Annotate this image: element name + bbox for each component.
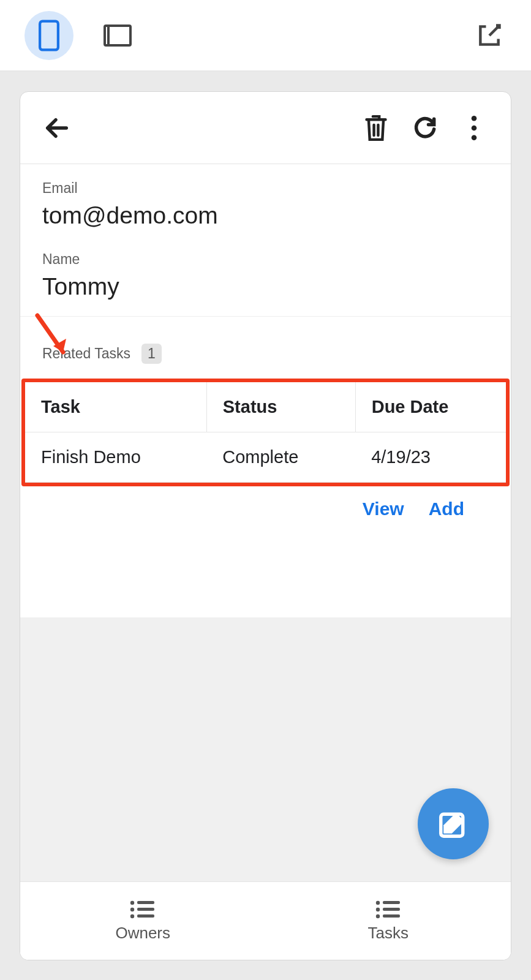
record-details: Email tom@demo.com Name Tommy xyxy=(20,164,511,317)
svg-point-19 xyxy=(376,914,380,918)
list-icon xyxy=(129,899,157,920)
view-button[interactable]: View xyxy=(363,499,404,519)
svg-rect-14 xyxy=(137,914,154,918)
table-header-row: Task Status Due Date xyxy=(25,382,506,432)
svg-point-17 xyxy=(376,908,380,911)
refresh-icon xyxy=(412,115,439,141)
svg-point-5 xyxy=(472,135,477,140)
phone-frame: Email tom@demo.com Name Tommy Related Ta… xyxy=(20,91,511,960)
edit-fab[interactable] xyxy=(418,788,489,859)
email-value: tom@demo.com xyxy=(42,202,489,230)
table-row[interactable]: Finish Demo Complete 4/19/23 xyxy=(25,432,506,482)
list-icon xyxy=(374,899,402,920)
svg-point-15 xyxy=(376,901,380,905)
open-external-icon xyxy=(476,22,503,49)
tablet-icon xyxy=(104,24,132,47)
name-label: Name xyxy=(42,252,489,266)
svg-point-13 xyxy=(130,914,134,918)
related-tasks-actions: View Add xyxy=(42,486,489,519)
add-button[interactable]: Add xyxy=(429,499,464,519)
cell-status: Complete xyxy=(206,432,355,482)
email-field: Email tom@demo.com xyxy=(42,181,489,230)
preview-stage: Email tom@demo.com Name Tommy Related Ta… xyxy=(0,72,531,980)
svg-rect-16 xyxy=(383,901,400,904)
svg-rect-20 xyxy=(383,914,400,918)
more-vert-icon xyxy=(471,116,477,140)
refresh-button[interactable] xyxy=(408,111,442,145)
annotation-highlight-box: Task Status Due Date Finish Demo Complet… xyxy=(21,379,510,486)
edit-icon xyxy=(437,807,470,840)
related-tasks-title: Related Tasks xyxy=(42,345,130,362)
svg-point-4 xyxy=(472,125,477,130)
email-label: Email xyxy=(42,181,489,195)
related-tasks-header: Related Tasks 1 xyxy=(42,328,489,364)
content-fill xyxy=(20,617,511,881)
delete-button[interactable] xyxy=(359,111,393,145)
related-tasks-table: Task Status Due Date Finish Demo Complet… xyxy=(25,382,506,483)
name-value: Tommy xyxy=(42,273,489,301)
nav-owners[interactable]: Owners xyxy=(20,882,266,960)
bottom-nav: Owners Tasks xyxy=(20,881,511,960)
nav-tasks[interactable]: Tasks xyxy=(266,882,511,960)
svg-rect-18 xyxy=(383,908,400,911)
more-button[interactable] xyxy=(457,111,491,145)
arrow-left-icon xyxy=(43,114,71,142)
svg-rect-2 xyxy=(107,26,110,45)
svg-point-11 xyxy=(130,908,134,911)
svg-point-9 xyxy=(130,901,134,905)
phone-view-button[interactable] xyxy=(24,11,73,60)
col-task: Task xyxy=(25,382,206,432)
device-toolbar xyxy=(0,0,531,72)
svg-rect-12 xyxy=(137,908,154,911)
col-status: Status xyxy=(206,382,355,432)
cell-task: Finish Demo xyxy=(25,432,206,482)
svg-rect-10 xyxy=(137,901,154,904)
phone-icon xyxy=(39,20,59,51)
related-tasks-count: 1 xyxy=(141,344,162,364)
related-tasks-section: Related Tasks 1 Task Status Due Date Fin xyxy=(20,317,511,519)
back-button[interactable] xyxy=(40,111,74,145)
trash-icon xyxy=(363,113,389,143)
col-due: Due Date xyxy=(355,382,506,432)
name-field: Name Tommy xyxy=(42,252,489,301)
svg-rect-0 xyxy=(40,21,58,50)
cell-due: 4/19/23 xyxy=(355,432,506,482)
open-external-button[interactable] xyxy=(472,18,507,53)
svg-point-3 xyxy=(472,116,477,121)
nav-owners-label: Owners xyxy=(115,924,170,943)
tablet-view-button[interactable] xyxy=(93,11,142,60)
nav-tasks-label: Tasks xyxy=(368,924,409,943)
app-header xyxy=(20,92,511,164)
